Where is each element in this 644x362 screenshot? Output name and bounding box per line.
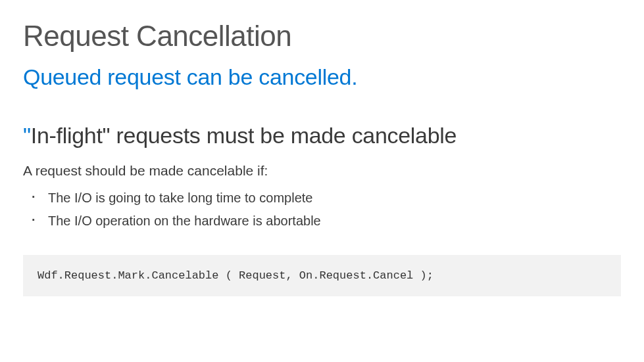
section-header-suffix: " requests must be made cancelable bbox=[103, 123, 457, 148]
list-item: The I/O operation on the hardware is abo… bbox=[32, 214, 621, 229]
section-header-word: In-flight bbox=[31, 123, 103, 148]
list-item: The I/O is going to take long time to co… bbox=[32, 191, 621, 206]
slide-title: Request Cancellation bbox=[23, 20, 621, 53]
bullet-list: The I/O is going to take long time to co… bbox=[23, 191, 621, 229]
condition-intro: A request should be made cancelable if: bbox=[23, 163, 621, 179]
slide-subtitle: Queued request can be cancelled. bbox=[23, 64, 621, 90]
section-header: "In-flight" requests must be made cancel… bbox=[23, 123, 621, 148]
section-header-quote-open: " bbox=[23, 123, 31, 148]
code-block: Wdf.Request.Mark.Cancelable ( Request, O… bbox=[23, 255, 621, 296]
